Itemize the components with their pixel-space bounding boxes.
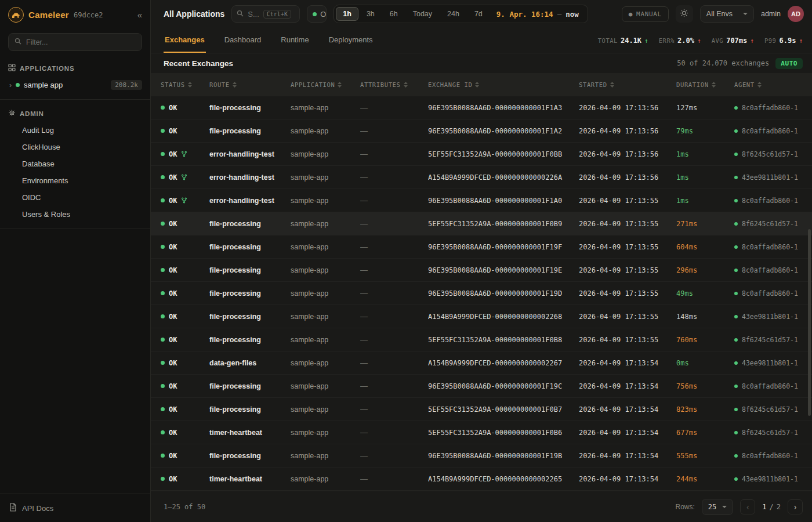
- status-label: OK: [169, 220, 177, 228]
- table-row[interactable]: OK error-handling-test sample-app — A154…: [151, 166, 812, 189]
- agent-id: 8f6245c61d57-1: [742, 150, 798, 158]
- table-row[interactable]: OK error-handling-test sample-app — 5EF5…: [151, 143, 812, 166]
- avatar[interactable]: AD: [788, 6, 804, 22]
- theme-toggle-button[interactable]: [676, 5, 693, 23]
- rows-per-page-select[interactable]: 25: [702, 499, 733, 515]
- topbar: All Applications S... Ctrl+K O 1h 3h 6h …: [151, 0, 812, 28]
- table-row[interactable]: OK file-processing sample-app — 96E395B0…: [151, 259, 812, 282]
- column-header-attributes[interactable]: ATTRIBUTES: [360, 81, 428, 88]
- scrollbar-thumb[interactable]: [808, 229, 811, 416]
- api-docs-link[interactable]: API Docs: [0, 494, 150, 522]
- agent-id: 43ee9811b801-1: [742, 359, 798, 367]
- time-range-6h[interactable]: 6h: [383, 7, 405, 21]
- table-row[interactable]: OK data-gen-files sample-app — A154B9A99…: [151, 351, 812, 375]
- route-cell: file-processing: [209, 289, 291, 298]
- status-label: OK: [169, 336, 177, 344]
- stat-err-label: ERR%: [659, 37, 675, 44]
- sort-icon: [475, 82, 479, 88]
- table-row[interactable]: OK error-handling-test sample-app — 96E3…: [151, 189, 812, 212]
- column-header-started[interactable]: STARTED: [579, 81, 676, 88]
- sidebar-item-database[interactable]: Database: [0, 155, 150, 172]
- application-cell: sample-app: [291, 313, 360, 321]
- online-toggle[interactable]: O: [307, 5, 327, 23]
- table-row[interactable]: OK file-processing sample-app — 96E395B0…: [151, 119, 812, 143]
- app-count-badge: 208.2k: [111, 80, 142, 90]
- next-page-button[interactable]: ›: [788, 499, 803, 514]
- exchange-id-cell: 96E395B0088AA6D-000000000001F19D: [428, 289, 579, 298]
- application-cell: sample-app: [291, 127, 360, 135]
- duration-cell: 271ms: [676, 220, 734, 228]
- tab-runtime[interactable]: Runtime: [280, 28, 310, 53]
- sort-icon: [757, 82, 762, 88]
- column-header-route[interactable]: ROUTE: [209, 81, 291, 88]
- started-cell: 2026-04-09 17:13:54: [579, 359, 676, 367]
- stat-avg: AVG 707ms ↑: [712, 37, 754, 45]
- exchange-table-body: OK file-processing sample-app — 96E395B0…: [151, 96, 812, 491]
- duration-cell: 555ms: [676, 452, 734, 460]
- started-cell: 2026-04-09 17:13:54: [579, 452, 676, 460]
- table-row[interactable]: OK file-processing sample-app — 5EF55FC3…: [151, 212, 812, 235]
- sidebar-item-environments[interactable]: Environments: [0, 172, 150, 189]
- time-range-1h[interactable]: 1h: [336, 7, 358, 21]
- prev-page-button[interactable]: ‹: [740, 499, 755, 514]
- app-status-dot: [16, 83, 20, 87]
- sidebar-item-audit-log[interactable]: Audit Log: [0, 122, 150, 139]
- table-row[interactable]: OK file-processing sample-app — 96E395B0…: [151, 444, 812, 467]
- status-label: OK: [169, 104, 177, 112]
- sidebar-item-clickhouse[interactable]: ClickHouse: [0, 139, 150, 155]
- attributes-cell: —: [360, 196, 428, 205]
- table-row[interactable]: OK timer-heartbeat sample-app — A154B9A9…: [151, 467, 812, 491]
- exchange-id-cell: 5EF55FC31352A9A-000000000001F0B6: [428, 429, 579, 437]
- tab-dashboard[interactable]: Dashboard: [223, 28, 263, 53]
- date-range-display[interactable]: 9. Apr. 16:14 — now: [491, 10, 586, 19]
- trend-up-icon: ↑: [697, 37, 701, 45]
- auto-refresh-badge[interactable]: AUTO: [775, 58, 803, 69]
- env-select[interactable]: All Envs: [700, 5, 754, 23]
- manual-refresh-button[interactable]: ● MANUAL: [622, 6, 669, 22]
- status-label: OK: [169, 359, 177, 367]
- status-dot: [161, 384, 165, 388]
- time-range-3h[interactable]: 3h: [360, 7, 382, 21]
- table-row[interactable]: OK file-processing sample-app — 96E395B0…: [151, 375, 812, 398]
- tab-exchanges[interactable]: Exchanges: [164, 28, 206, 53]
- table-row[interactable]: OK file-processing sample-app — 5EF55FC3…: [151, 328, 812, 351]
- search-icon: [14, 38, 21, 46]
- table-row[interactable]: OK timer-heartbeat sample-app — 5EF55FC3…: [151, 421, 812, 444]
- column-header-status[interactable]: STATUS: [161, 81, 209, 88]
- table-row[interactable]: OK file-processing sample-app — 5EF55FC3…: [151, 398, 812, 421]
- duration-cell: 756ms: [676, 382, 734, 390]
- column-header-duration[interactable]: DURATION: [676, 81, 734, 88]
- duration-cell: 49ms: [676, 289, 734, 298]
- time-range-today[interactable]: Today: [406, 7, 439, 21]
- chevron-right-icon[interactable]: ›: [9, 81, 12, 89]
- column-header-agent[interactable]: AGENT: [734, 81, 812, 88]
- table-row[interactable]: OK file-processing sample-app — 96E395B0…: [151, 282, 812, 305]
- sidebar-item-sample-app[interactable]: › sample app 208.2k: [0, 77, 150, 93]
- tab-deployments[interactable]: Deployments: [328, 28, 374, 53]
- column-header-exchange-id[interactable]: EXCHANGE ID: [428, 81, 579, 88]
- time-range-7d[interactable]: 7d: [467, 7, 490, 21]
- started-cell: 2026-04-09 17:13:55: [579, 313, 676, 321]
- sidebar-filter[interactable]: [8, 33, 142, 51]
- route-cell: file-processing: [209, 266, 291, 274]
- status-label: OK: [169, 429, 177, 437]
- filter-input[interactable]: [26, 38, 136, 46]
- table-row[interactable]: OK file-processing sample-app — 96E395B0…: [151, 96, 812, 119]
- column-header-application[interactable]: APPLICATION: [291, 81, 360, 88]
- sidebar-collapse-icon[interactable]: «: [137, 10, 142, 20]
- exchange-count: 50 of 24.070 exchanges: [677, 59, 769, 67]
- table-row[interactable]: OK file-processing sample-app — 96E395B0…: [151, 235, 812, 259]
- application-cell: sample-app: [291, 197, 360, 205]
- status-label: OK: [169, 266, 177, 274]
- date-to: now: [566, 10, 579, 19]
- global-search[interactable]: S... Ctrl+K: [231, 5, 300, 23]
- applications-section-header: APPLICATIONS: [0, 55, 150, 77]
- table-row[interactable]: OK file-processing sample-app — A154B9A9…: [151, 305, 812, 328]
- stat-total-value: 24.1K: [621, 37, 641, 45]
- time-range-24h[interactable]: 24h: [440, 7, 466, 21]
- sidebar-item-users-roles[interactable]: Users & Roles: [0, 206, 150, 223]
- app-name: sample app: [24, 81, 63, 89]
- started-cell: 2026-04-09 17:13:56: [579, 150, 676, 158]
- stat-total: TOTAL 24.1K ↑: [598, 37, 648, 45]
- sidebar-item-oidc[interactable]: OIDC: [0, 189, 150, 206]
